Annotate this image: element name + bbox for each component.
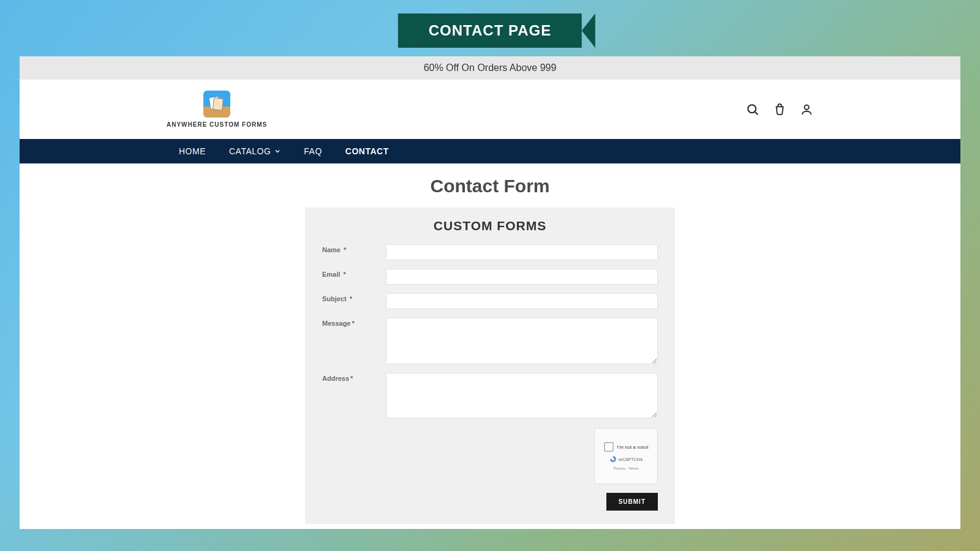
nav-label: FAQ [304, 146, 322, 156]
logo-text: ANYWHERE CUSTOM FORMS [167, 121, 267, 128]
nav-label: CONTACT [345, 146, 389, 156]
header-icons [746, 103, 813, 116]
svg-point-0 [748, 105, 756, 113]
logo[interactable]: ANYWHERE CUSTOM FORMS [167, 91, 267, 128]
contact-form-card: CUSTOM FORMS Name * Email * Subject * [305, 208, 675, 524]
page-title: Contact Form [20, 176, 960, 197]
page-banner: CONTACT PAGE [398, 13, 582, 48]
form-heading: CUSTOM FORMS [322, 219, 658, 233]
message-textarea[interactable] [386, 318, 658, 364]
promo-text: 60% Off On Orders Above 999 [424, 62, 557, 73]
nav-catalog[interactable]: CATALOG [229, 146, 281, 156]
label-subject: Subject * [322, 293, 386, 302]
svg-line-1 [755, 111, 758, 114]
label-message: Message* [322, 318, 386, 327]
recaptcha-checkbox[interactable] [604, 442, 614, 452]
promo-bar: 60% Off On Orders Above 999 [20, 56, 960, 80]
name-input[interactable] [386, 244, 658, 260]
main-nav: HOME CATALOG FAQ CONTACT [20, 139, 960, 163]
address-textarea[interactable] [386, 373, 658, 418]
form-row-address: Address* [322, 373, 658, 418]
recaptcha-row: I'm not a robot reCAPTCHA Privacy - Term… [322, 428, 658, 484]
logo-icon [203, 91, 230, 118]
page-frame: 60% Off On Orders Above 999 ANYWHERE CUS… [20, 56, 960, 529]
subject-input[interactable] [386, 293, 658, 309]
cart-icon[interactable] [773, 103, 786, 116]
nav-label: HOME [179, 146, 206, 156]
site-header: ANYWHERE CUSTOM FORMS [20, 80, 960, 139]
label-email: Email * [322, 269, 386, 278]
form-row-email: Email * [322, 269, 658, 285]
form-row-name: Name * [322, 244, 658, 260]
form-row-message: Message* [322, 318, 658, 364]
banner-title: CONTACT PAGE [429, 22, 551, 39]
nav-home[interactable]: HOME [179, 146, 206, 156]
content-area: Contact Form CUSTOM FORMS Name * Email * [20, 163, 960, 524]
chevron-down-icon [274, 148, 281, 154]
submit-button[interactable]: SUBMIT [606, 493, 658, 511]
search-icon[interactable] [746, 103, 760, 116]
svg-point-2 [804, 105, 809, 109]
nav-faq[interactable]: FAQ [304, 146, 322, 156]
nav-label: CATALOG [229, 146, 271, 156]
recaptcha-links[interactable]: Privacy - Terms [613, 467, 638, 470]
email-input[interactable] [386, 269, 658, 285]
recaptcha-text: I'm not a robot [617, 444, 649, 450]
label-address: Address* [322, 373, 386, 382]
submit-row: SUBMIT [322, 493, 658, 511]
recaptcha-widget[interactable]: I'm not a robot reCAPTCHA Privacy - Term… [594, 428, 658, 484]
recaptcha-icon [609, 455, 617, 463]
label-name: Name * [322, 244, 386, 253]
nav-contact[interactable]: CONTACT [345, 146, 389, 156]
account-icon[interactable] [800, 103, 813, 116]
recaptcha-brand: reCAPTCHA [609, 455, 643, 463]
form-row-subject: Subject * [322, 293, 658, 309]
